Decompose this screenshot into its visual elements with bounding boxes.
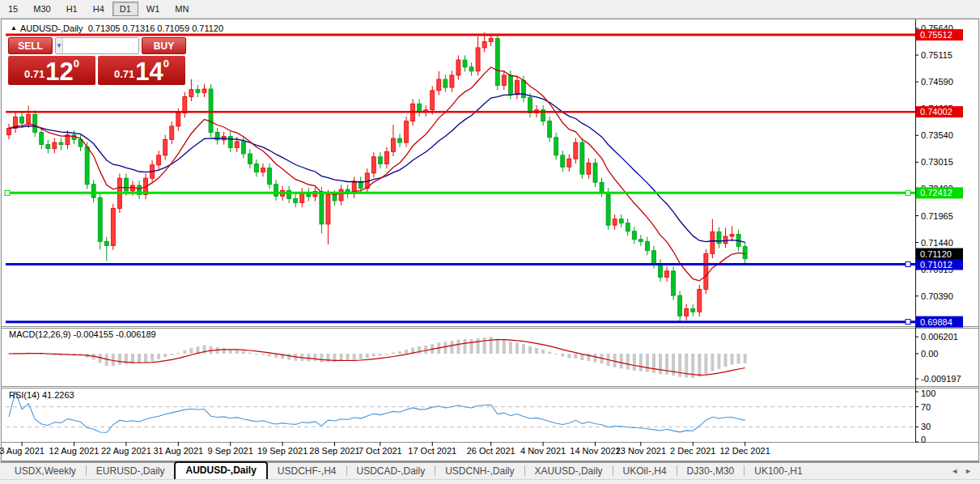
tab-usdx-weekly[interactable]: USDX,Weekly	[5, 463, 86, 479]
svg-text:-0.009197: -0.009197	[921, 374, 961, 384]
svg-text:2 Dec 2021: 2 Dec 2021	[670, 446, 715, 456]
buy-price-prefix: 0.71	[114, 68, 134, 80]
ma-slow-line	[9, 94, 745, 242]
tab-scroll-right-icon[interactable]: ►	[965, 467, 972, 475]
tab-usdcad-daily[interactable]: USDCAD-,Daily	[347, 463, 435, 479]
sell-price-prefix: 0.71	[24, 68, 45, 80]
timeframe-button-15[interactable]: 15	[1, 2, 25, 16]
svg-text:23 Nov 2021: 23 Nov 2021	[616, 446, 666, 456]
svg-text:0.70390: 0.70390	[921, 291, 953, 301]
svg-text:22 Aug 2021: 22 Aug 2021	[101, 446, 151, 456]
svg-text:3 Aug 2021: 3 Aug 2021	[0, 446, 45, 456]
rsi-axis: 10070300	[915, 388, 935, 444]
one-click-trade-panel: SELL ▼ ▲ BUY 0.71120 0.71140	[8, 37, 186, 85]
svg-text:0.75115: 0.75115	[921, 50, 952, 60]
symbol-name: AUDUSD-,Daily	[20, 23, 83, 33]
tab-usdchf-h4[interactable]: USDCHF-,H4	[268, 463, 346, 479]
tab-xauusd-daily[interactable]: XAUUSD-,Daily	[525, 463, 613, 479]
rsi-level-lines	[6, 407, 915, 427]
tab-uk100-h1[interactable]: UK100-,H1	[745, 463, 812, 479]
timeframe-button-w1[interactable]: W1	[139, 2, 168, 16]
timeframe-toolbar: 15M30H1H4D1W1MN	[0, 0, 980, 19]
tab-scroll-left-icon[interactable]: ◄	[951, 467, 958, 475]
tab-usdcnh-daily[interactable]: USDCNH-,Daily	[435, 463, 524, 479]
svg-text:0.69884: 0.69884	[920, 317, 952, 327]
svg-text:9 Sep 2021: 9 Sep 2021	[208, 446, 253, 456]
buy-price-big: 14	[135, 60, 163, 83]
svg-text:0.74590: 0.74590	[921, 77, 953, 87]
svg-text:12 Aug 2021: 12 Aug 2021	[49, 446, 100, 456]
date-axis[interactable]: 3 Aug 202112 Aug 202122 Aug 202131 Aug 2…	[0, 442, 770, 456]
svg-text:0.71440: 0.71440	[921, 238, 953, 248]
svg-text:70: 70	[921, 402, 931, 412]
timeframe-button-h4[interactable]: H4	[86, 2, 112, 16]
sell-price-sup: 0	[74, 57, 79, 70]
svg-text:30: 30	[921, 422, 931, 431]
svg-text:14 Nov 2021: 14 Nov 2021	[570, 446, 620, 456]
macd-histogram	[7, 337, 747, 378]
svg-text:0.73015: 0.73015	[921, 157, 953, 167]
buy-price-display[interactable]: 0.71140	[98, 56, 185, 85]
timeframe-button-h1[interactable]: H1	[59, 2, 85, 16]
current-price-label: 0.71120	[916, 248, 963, 260]
price-level-label: 0.72412	[916, 187, 963, 198]
svg-text:0.71965: 0.71965	[921, 211, 953, 221]
volume-input[interactable]	[63, 38, 139, 53]
svg-text:4 Nov 2021: 4 Nov 2021	[520, 446, 566, 456]
macd-indicator-label: MACD(12,26,9) -0.004155 -0.006189	[9, 329, 156, 339]
symbol-marker-icon: ▲	[11, 24, 17, 32]
svg-text:0.72412: 0.72412	[920, 188, 952, 197]
svg-text:19 Sep 2021: 19 Sep 2021	[257, 446, 308, 456]
trading-platform-window: 15M30H1H4D1W1MN 0.756400.751150.745900.7…	[0, 0, 980, 484]
sell-price-big: 12	[45, 60, 73, 83]
chart-tab-bar: USDX,WeeklyEURUSD-,DailyAUDUSD-,DailyUSD…	[0, 462, 980, 480]
svg-text:12 Dec 2021: 12 Dec 2021	[719, 446, 770, 456]
timeframe-button-m30[interactable]: M30	[26, 2, 57, 16]
price-level-label: 0.69884	[916, 316, 963, 328]
tab-audusd-daily[interactable]: AUDUSD-,Daily	[174, 461, 267, 479]
ohlc-values: 0.71305 0.71316 0.71059 0.71120	[88, 23, 223, 33]
svg-text:0.73540: 0.73540	[921, 130, 953, 140]
svg-text:0.71012: 0.71012	[920, 260, 952, 270]
svg-text:7 Oct 2021: 7 Oct 2021	[358, 446, 402, 456]
price-level-label: 0.74002	[916, 106, 963, 117]
svg-text:0.71120: 0.71120	[920, 249, 952, 259]
macd-axis: 0.0062010.00-0.009197	[915, 332, 961, 384]
price-level-line[interactable]	[6, 320, 915, 325]
svg-text:0: 0	[921, 435, 926, 444]
svg-text:100: 100	[921, 388, 935, 398]
tab-eurusd-daily[interactable]: EURUSD-,Daily	[87, 463, 175, 479]
chart-title: ▲AUDUSD-,Daily 0.71305 0.71316 0.71059 0…	[11, 23, 223, 33]
svg-text:28 Sep 2021: 28 Sep 2021	[309, 446, 359, 456]
svg-text:31 Aug 2021: 31 Aug 2021	[153, 446, 203, 456]
volume-stepper: ▼ ▲	[55, 37, 139, 54]
price-level-label: 0.75512	[916, 29, 963, 40]
rsi-indicator-label: RSI(14) 41.2263	[9, 390, 74, 400]
price-level-label: 0.71012	[916, 259, 963, 270]
svg-text:0.74002: 0.74002	[920, 107, 952, 117]
volume-decrease-button[interactable]: ▼	[56, 38, 63, 53]
timeframe-button-d1[interactable]: D1	[112, 2, 138, 16]
svg-text:0.75512: 0.75512	[920, 30, 952, 40]
tab-scroll-buttons: ◄►	[951, 467, 980, 479]
tab-ukoil-h4[interactable]: UKOil-,H4	[613, 463, 677, 479]
timeframe-button-mn[interactable]: MN	[168, 2, 196, 16]
sell-price-display[interactable]: 0.71120	[8, 56, 95, 85]
price-level-line[interactable]	[6, 262, 915, 267]
rsi-line	[9, 392, 745, 432]
svg-text:17 Oct 2021: 17 Oct 2021	[408, 446, 456, 456]
sell-button[interactable]: SELL	[8, 37, 53, 54]
buy-price-sup: 0	[163, 57, 169, 70]
tab-dj30-m30[interactable]: DJ30-,M30	[677, 463, 745, 479]
svg-text:0.006201: 0.006201	[921, 332, 958, 342]
svg-text:0.00: 0.00	[921, 349, 938, 359]
svg-text:26 Oct 2021: 26 Oct 2021	[467, 446, 515, 456]
buy-button[interactable]: BUY	[142, 37, 186, 54]
